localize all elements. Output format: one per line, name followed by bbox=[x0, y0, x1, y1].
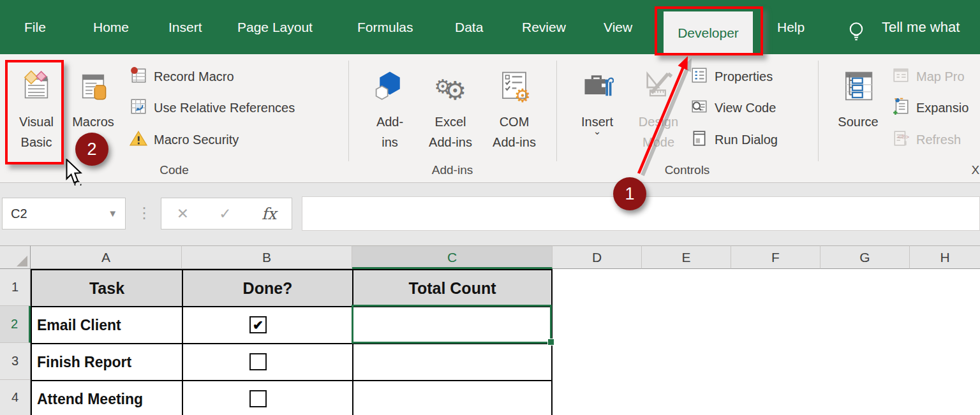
expansion-packs-icon bbox=[892, 98, 910, 118]
formula-bar-grip-icon: ⋮ bbox=[137, 197, 152, 229]
group-separator bbox=[348, 61, 349, 161]
refresh-data-label: Refresh bbox=[916, 133, 961, 147]
cell-a4[interactable]: Attend Meeting bbox=[31, 380, 182, 415]
xml-group-label: XML bbox=[818, 163, 980, 177]
add-ins-icon bbox=[373, 61, 407, 112]
com-add-ins-label2: Add-ins bbox=[493, 132, 536, 152]
add-ins-button[interactable]: Add- ins bbox=[369, 61, 411, 152]
excel-add-ins-button[interactable]: ⚙⚙ Excel Add-ins bbox=[422, 61, 479, 152]
tab-view[interactable]: View bbox=[604, 0, 632, 54]
cell-c1[interactable]: Total Count bbox=[352, 269, 553, 306]
expansion-packs-button[interactable]: Expansio bbox=[892, 96, 969, 119]
column-header-d[interactable]: D bbox=[553, 245, 642, 269]
macro-security-icon bbox=[130, 129, 147, 150]
map-properties-button-disabled: Map Pro bbox=[892, 65, 965, 88]
properties-button[interactable]: Properties bbox=[690, 65, 773, 88]
group-separator bbox=[556, 61, 557, 161]
add-ins-label2: ins bbox=[382, 132, 398, 152]
checkbox-b3-unchecked[interactable] bbox=[249, 353, 267, 370]
expansion-packs-label: Expansio bbox=[916, 101, 969, 115]
select-all-button[interactable] bbox=[0, 245, 31, 269]
tab-formulas[interactable]: Formulas bbox=[357, 0, 413, 54]
cell-a3[interactable]: Finish Report bbox=[31, 343, 182, 380]
svg-text:<®>: <®> bbox=[898, 133, 910, 140]
name-box[interactable]: C2 ▼ bbox=[2, 198, 126, 229]
com-add-ins-icon: ⚙ bbox=[497, 61, 531, 112]
fill-handle[interactable] bbox=[547, 339, 554, 346]
cell-b1[interactable]: Done? bbox=[182, 269, 352, 306]
design-mode-label: Design bbox=[639, 112, 678, 132]
excel-window: File Home Insert Page Layout Formulas Da… bbox=[0, 0, 980, 415]
column-header-a[interactable]: A bbox=[31, 245, 182, 269]
use-relative-references-button[interactable]: Use Relative References bbox=[130, 96, 295, 119]
tab-data[interactable]: Data bbox=[455, 0, 483, 54]
use-relative-references-label: Use Relative References bbox=[154, 101, 295, 115]
add-ins-group-label: Add-ins bbox=[348, 163, 556, 177]
column-header-c[interactable]: C bbox=[352, 245, 553, 269]
map-properties-label: Map Pro bbox=[916, 69, 965, 84]
cell-b4[interactable] bbox=[182, 380, 352, 415]
view-code-button[interactable]: View Code bbox=[690, 96, 776, 119]
step-badge-1: 1 bbox=[613, 177, 646, 210]
row-header-1[interactable]: 1 bbox=[0, 269, 31, 306]
view-code-icon bbox=[690, 98, 708, 118]
cell-c4[interactable] bbox=[352, 380, 553, 415]
cell-b2[interactable] bbox=[182, 306, 352, 343]
com-add-ins-label: COM bbox=[500, 112, 530, 132]
view-code-label: View Code bbox=[715, 101, 776, 115]
column-header-b[interactable]: B bbox=[182, 245, 352, 269]
cell-c3[interactable] bbox=[352, 343, 553, 380]
checkbox-b2-checked[interactable]: ✔ bbox=[249, 316, 267, 333]
macros-button[interactable]: Macros bbox=[69, 61, 117, 132]
refresh-data-button-disabled: <®> Refresh bbox=[892, 128, 961, 151]
svg-text:⚙: ⚙ bbox=[514, 85, 531, 103]
controls-group-label: Controls bbox=[556, 163, 818, 177]
checkbox-b4-unchecked[interactable] bbox=[249, 390, 267, 407]
column-header-g[interactable]: G bbox=[820, 245, 910, 269]
selected-cell-border bbox=[352, 305, 552, 344]
design-mode-button-disabled: Design Mode bbox=[632, 61, 685, 152]
cell-b3[interactable] bbox=[182, 343, 352, 380]
excel-add-ins-icon: ⚙⚙ bbox=[434, 61, 467, 112]
tab-insert[interactable]: Insert bbox=[168, 0, 202, 54]
name-box-value: C2 bbox=[11, 207, 27, 221]
ribbon-developer: Visual Basic Macros bbox=[0, 54, 980, 183]
macro-security-label: Macro Security bbox=[154, 133, 239, 147]
column-header-f[interactable]: F bbox=[731, 245, 820, 269]
insert-control-button[interactable]: Insert ⌄ bbox=[575, 61, 620, 135]
map-properties-icon bbox=[892, 66, 910, 87]
tab-page-layout[interactable]: Page Layout bbox=[237, 0, 313, 54]
name-box-dropdown-icon[interactable]: ▼ bbox=[108, 198, 117, 229]
run-dialog-button[interactable]: Run Dialog bbox=[690, 128, 778, 151]
design-mode-label2: Mode bbox=[642, 132, 674, 152]
formula-buttons: ✕ ✓ fx bbox=[161, 198, 292, 229]
row-header-3[interactable]: 3 bbox=[0, 343, 31, 380]
tab-file[interactable]: File bbox=[24, 0, 46, 54]
ribbon-tab-bar: File Home Insert Page Layout Formulas Da… bbox=[0, 0, 980, 54]
refresh-data-icon: <®> bbox=[892, 129, 910, 150]
annotation-box-developer bbox=[655, 6, 763, 55]
tab-help[interactable]: Help bbox=[777, 0, 805, 54]
column-header-e[interactable]: E bbox=[642, 245, 731, 269]
worksheet-grid: A B C D E F G H 1 2 3 4 Task Done? Total… bbox=[0, 245, 980, 415]
tab-review[interactable]: Review bbox=[522, 0, 566, 54]
row-header-2[interactable]: 2 bbox=[0, 306, 31, 343]
cell-a2[interactable]: Email Client bbox=[31, 306, 182, 343]
add-ins-label: Add- bbox=[376, 112, 403, 132]
com-add-ins-button[interactable]: ⚙ COM Add-ins bbox=[486, 61, 542, 152]
cell-a1[interactable]: Task bbox=[31, 269, 182, 306]
row-header-4[interactable]: 4 bbox=[0, 380, 31, 415]
macro-security-button[interactable]: Macro Security bbox=[130, 128, 239, 151]
macros-icon bbox=[77, 61, 109, 112]
mouse-cursor-icon bbox=[64, 159, 82, 188]
record-macro-label: Record Macro bbox=[154, 69, 234, 84]
insert-function-icon[interactable]: fx bbox=[262, 205, 276, 223]
tab-home[interactable]: Home bbox=[93, 0, 129, 54]
run-dialog-label: Run Dialog bbox=[715, 133, 778, 147]
column-header-h[interactable]: H bbox=[910, 245, 980, 269]
record-macro-button[interactable]: Record Macro bbox=[130, 65, 234, 88]
tell-me-search[interactable]: Tell me what bbox=[882, 0, 960, 54]
source-button[interactable]: Source bbox=[833, 61, 884, 132]
enter-icon[interactable]: ✓ bbox=[219, 205, 231, 222]
cancel-icon[interactable]: ✕ bbox=[177, 205, 189, 222]
